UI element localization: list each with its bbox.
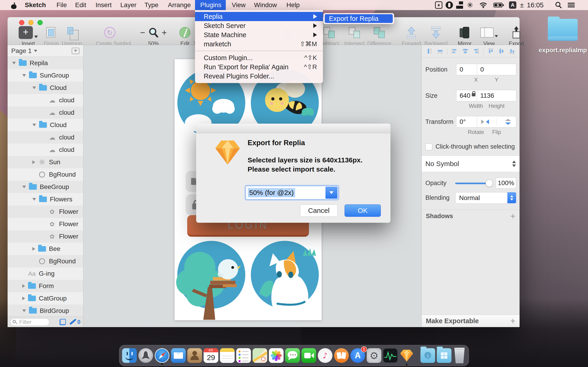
- lock-icon[interactable]: [472, 93, 476, 96]
- cancel-button[interactable]: Cancel: [300, 204, 338, 217]
- filter-input[interactable]: [10, 318, 49, 326]
- dock-contacts[interactable]: [187, 348, 202, 363]
- input-source-icon[interactable]: A: [509, 0, 516, 10]
- distribute-horizontally-icon[interactable]: [426, 48, 433, 54]
- flip-vertical-icon[interactable]: [503, 119, 513, 125]
- password-manager-icon[interactable]: [446, 0, 453, 10]
- folder-icon[interactable]: [548, 19, 578, 41]
- dock-safari[interactable]: [155, 348, 170, 363]
- layer-row-form[interactable]: Form: [8, 280, 83, 292]
- align-center-vertical-icon[interactable]: [498, 48, 505, 54]
- dock-appstore[interactable]: A 1: [351, 348, 365, 363]
- disclosure-closed-icon[interactable]: [22, 284, 25, 288]
- menu-window[interactable]: Window: [254, 0, 277, 10]
- notification-center-icon[interactable]: [567, 0, 575, 10]
- dock-downloads-folder[interactable]: ↓: [421, 348, 435, 363]
- fan-status-icon[interactable]: ✳: [467, 0, 473, 10]
- scale-dropdown[interactable]: 50% (for @2x): [246, 186, 338, 199]
- disclosure-closed-icon[interactable]: [22, 297, 25, 300]
- layer-row-ging[interactable]: AaG-ing: [8, 267, 83, 280]
- align-right-icon[interactable]: [473, 48, 479, 54]
- menu-edit[interactable]: Edit: [75, 0, 86, 10]
- dock-finder[interactable]: [122, 348, 137, 363]
- menu-item-reveal-folder[interactable]: Reveal Plugins Folder...: [195, 72, 323, 81]
- disclosure-open-icon[interactable]: [32, 86, 36, 89]
- dock-sketch[interactable]: [399, 348, 414, 363]
- position-y-field[interactable]: 0: [477, 64, 516, 75]
- layer-row-cloud[interactable]: ☁cloud: [8, 94, 83, 106]
- layer-row-catgroup[interactable]: CatGroup: [8, 292, 83, 305]
- add-export-button[interactable]: +: [510, 316, 515, 326]
- close-button[interactable]: [19, 20, 24, 25]
- forward-tool[interactable]: Forward: [398, 26, 425, 47]
- apple-menu[interactable]: [11, 0, 18, 10]
- menu-sketch[interactable]: Sketch: [25, 0, 46, 10]
- backward-tool[interactable]: Backward: [422, 26, 450, 47]
- disclosure-open-icon[interactable]: [32, 198, 36, 201]
- ok-button[interactable]: OK: [345, 204, 381, 217]
- export-tool[interactable]: Export: [502, 26, 530, 47]
- menu-help[interactable]: Help: [286, 0, 300, 10]
- bird-illustration[interactable]: [176, 240, 248, 320]
- layer-row-flowers[interactable]: Flowers: [8, 193, 83, 206]
- flip-horizontal-icon[interactable]: [480, 119, 490, 125]
- symbol-selector[interactable]: No Symbol: [422, 156, 519, 172]
- view-tool[interactable]: View: [475, 26, 503, 47]
- layer-row-bground[interactable]: BgRound: [8, 255, 83, 267]
- dock-system-preferences[interactable]: ⚙: [367, 348, 381, 363]
- height-field[interactable]: 1136: [477, 90, 516, 101]
- layer-row-bee[interactable]: Bee: [8, 243, 83, 255]
- dock-activity-monitor[interactable]: [383, 348, 398, 363]
- layer-row-birdgroup[interactable]: BirdGroup: [8, 305, 83, 317]
- intersect-tool[interactable]: Intersect: [341, 26, 368, 47]
- dock-trash[interactable]: [453, 348, 466, 363]
- click-through-option[interactable]: Click-through when selecting: [425, 143, 515, 150]
- dock-windows-folder[interactable]: [437, 348, 451, 363]
- layer-row-sungroup[interactable]: SunGroup: [8, 69, 83, 82]
- dock-mail[interactable]: [171, 348, 186, 363]
- layer-row-beegroup[interactable]: BeeGroup: [8, 181, 83, 193]
- layer-row-flower[interactable]: ✿Flower: [8, 230, 83, 243]
- menu-view[interactable]: View: [232, 0, 246, 10]
- page-list-button[interactable]: [72, 48, 79, 54]
- wifi-icon[interactable]: [479, 0, 487, 10]
- blending-stepper[interactable]: [507, 192, 516, 203]
- menu-file[interactable]: File: [57, 0, 67, 10]
- disclosure-open-icon[interactable]: [32, 124, 36, 126]
- minimize-button[interactable]: [28, 20, 34, 25]
- dock-reminders[interactable]: [236, 348, 251, 363]
- menu-arrange[interactable]: Arrange: [168, 0, 191, 10]
- align-left-icon[interactable]: [451, 48, 458, 54]
- blending-select[interactable]: Normal: [455, 192, 516, 204]
- duplicate-pages-icon[interactable]: [60, 319, 66, 325]
- dock-ibooks[interactable]: [334, 348, 349, 363]
- dock-launchpad[interactable]: [138, 348, 153, 363]
- dock-itunes[interactable]: ♪: [318, 348, 333, 363]
- cat-illustration[interactable]: [250, 240, 321, 316]
- battery-icon[interactable]: [493, 0, 504, 10]
- dock-facetime[interactable]: [302, 348, 316, 363]
- distribute-vertically-icon[interactable]: [437, 48, 443, 54]
- make-exportable-bar[interactable]: Make Exportable +: [422, 315, 519, 327]
- dropdown-button[interactable]: [326, 187, 337, 199]
- layer-row-cloud-group[interactable]: Cloud: [8, 119, 83, 131]
- layer-row-sun[interactable]: ☼Sun: [8, 156, 83, 168]
- layer-row-cloud[interactable]: ☁cloud: [8, 106, 83, 119]
- difference-tool[interactable]: Difference: [365, 26, 393, 47]
- layer-row-flower[interactable]: ✿Flower: [8, 218, 83, 230]
- add-shadow-button[interactable]: +: [510, 211, 515, 221]
- layout-status-icon[interactable]: [456, 0, 463, 10]
- disclosure-closed-icon[interactable]: [32, 247, 35, 251]
- menu-item-sketch-server[interactable]: Sketch Server: [195, 21, 323, 30]
- disclosure-open-icon[interactable]: [22, 309, 26, 312]
- checkbox[interactable]: [425, 143, 432, 150]
- submenu-item-export-for-replia[interactable]: Export for Replia: [325, 14, 393, 23]
- layer-row-bground[interactable]: BgRound: [8, 168, 83, 181]
- dock-calendar[interactable]: 8月 29: [204, 348, 218, 363]
- menu-item-replia[interactable]: Replia: [195, 12, 323, 21]
- desktop-folder-export-replia[interactable]: export.repliaImp: [548, 19, 578, 42]
- spotlight-search-icon[interactable]: [555, 0, 562, 10]
- zoom-out-button[interactable]: −: [140, 28, 145, 38]
- layer-row-flower[interactable]: ✿Flower: [8, 206, 83, 218]
- menu-item-state-machine[interactable]: State Machine: [195, 30, 323, 40]
